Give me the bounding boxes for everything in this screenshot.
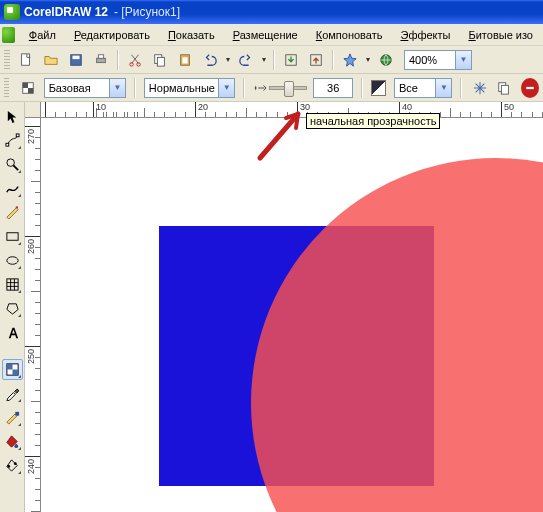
zoom-combo[interactable]: 400% ▼ — [404, 50, 472, 70]
svg-rect-10 — [182, 57, 187, 63]
operation-value: Нормальные — [149, 82, 215, 94]
chevron-down-icon[interactable]: ▼ — [435, 79, 451, 97]
svg-rect-26 — [6, 279, 17, 290]
interactive-transparency-tool[interactable] — [2, 359, 23, 380]
zoom-value: 400% — [409, 54, 437, 66]
svg-rect-22 — [16, 134, 19, 137]
separator — [134, 78, 136, 98]
redo-button[interactable] — [235, 49, 257, 71]
style-value: Базовая — [49, 82, 91, 94]
menu-битовые изо[interactable]: Битовые изо — [460, 27, 541, 43]
new-button[interactable] — [15, 49, 37, 71]
start-transparency-slider[interactable] — [253, 81, 307, 95]
svg-rect-24 — [6, 233, 17, 241]
copy-button[interactable] — [149, 49, 171, 71]
eyedropper-tool[interactable] — [2, 383, 23, 404]
corel-online-button[interactable] — [375, 49, 397, 71]
chevron-down-icon[interactable]: ▼ — [218, 79, 234, 97]
open-button[interactable] — [40, 49, 62, 71]
transparency-type-button[interactable] — [17, 77, 37, 99]
shape-tool[interactable] — [2, 130, 23, 151]
app-launcher-dropdown[interactable]: ▾ — [364, 55, 372, 64]
separator — [273, 50, 275, 70]
paste-button[interactable] — [174, 49, 196, 71]
app-icon — [4, 4, 20, 20]
menu-файл[interactable]: Файл — [21, 27, 64, 43]
separator — [117, 50, 119, 70]
separator — [243, 78, 245, 98]
smart-draw-tool[interactable] — [2, 202, 23, 223]
fill-tool[interactable] — [2, 431, 23, 452]
svg-point-23 — [6, 159, 14, 167]
clear-transparency-button[interactable] — [521, 78, 539, 98]
tooltip-text: начальная прозрачность — [310, 115, 436, 127]
red-ellipse-object[interactable] — [251, 158, 543, 512]
svg-point-25 — [6, 257, 17, 265]
text-tool[interactable] — [2, 322, 23, 343]
menu-редактировать[interactable]: Редактировать — [66, 27, 158, 43]
separator — [460, 78, 462, 98]
transparency-style-combo[interactable]: Базовая ▼ — [44, 78, 126, 98]
print-button[interactable] — [90, 49, 112, 71]
pick-tool[interactable] — [2, 106, 23, 127]
save-button[interactable] — [65, 49, 87, 71]
graph-paper-tool[interactable] — [2, 274, 23, 295]
menu-размещение[interactable]: Размещение — [225, 27, 306, 43]
property-bar: Базовая ▼ Нормальные ▼ Все ▼ — [0, 74, 543, 102]
svg-rect-0 — [22, 53, 30, 64]
ruler-tick: 250 — [25, 346, 40, 347]
canvas[interactable] — [41, 118, 543, 512]
zoom-tool[interactable] — [2, 154, 23, 175]
outline-tool[interactable] — [2, 407, 23, 428]
ruler-vertical[interactable]: 270260250240230 — [25, 118, 41, 512]
import-button[interactable] — [280, 49, 302, 71]
rectangle-tool[interactable] — [2, 226, 23, 247]
menu-компоновать[interactable]: Компоновать — [308, 27, 391, 43]
cut-button[interactable] — [124, 49, 146, 71]
slider-start-icon — [253, 81, 267, 95]
doc-control-icon[interactable] — [2, 27, 15, 43]
title-bar: CorelDRAW 12 - [Рисунок1] — [0, 0, 543, 24]
transparency-operation-combo[interactable]: Нормальные ▼ — [144, 78, 235, 98]
freehand-tool[interactable] — [2, 178, 23, 199]
freeze-button[interactable] — [470, 78, 488, 98]
app-launcher-button[interactable] — [339, 49, 361, 71]
menu-показать[interactable]: Показать — [160, 27, 223, 43]
menu-bar: ФайлРедактироватьПоказатьРазмещениеКомпо… — [0, 24, 543, 46]
svg-rect-18 — [501, 85, 508, 94]
ellipse-tool[interactable] — [2, 250, 23, 271]
separator — [361, 78, 363, 98]
apply-target-icon — [371, 80, 386, 96]
ruler-origin[interactable] — [25, 102, 41, 118]
tooltip: начальная прозрачность — [306, 113, 440, 129]
toolbar-grip[interactable] — [4, 50, 10, 70]
slider-track[interactable] — [269, 86, 307, 90]
separator — [332, 50, 334, 70]
svg-point-29 — [7, 465, 10, 468]
svg-rect-20 — [526, 86, 534, 88]
propbar-grip[interactable] — [4, 78, 9, 98]
ruler-tick: 270 — [25, 126, 40, 127]
undo-dropdown[interactable]: ▾ — [224, 55, 232, 64]
svg-rect-21 — [5, 143, 8, 146]
chevron-down-icon[interactable]: ▼ — [455, 51, 471, 69]
copy-transparency-button[interactable] — [495, 78, 513, 98]
menu-эффекты[interactable]: Эффекты — [392, 27, 458, 43]
svg-rect-28 — [15, 412, 19, 416]
svg-rect-16 — [28, 88, 33, 93]
apply-target-combo[interactable]: Все ▼ — [394, 78, 453, 98]
slider-thumb[interactable] — [284, 81, 294, 97]
redo-dropdown[interactable]: ▾ — [260, 55, 268, 64]
undo-button[interactable] — [199, 49, 221, 71]
polygon-tool[interactable] — [2, 298, 23, 319]
svg-rect-3 — [97, 58, 106, 62]
start-transparency-input[interactable] — [313, 78, 353, 98]
ruler-tick: 260 — [25, 236, 40, 237]
standard-toolbar: ▾ ▾ ▾ 400% ▼ — [0, 46, 543, 74]
export-button[interactable] — [305, 49, 327, 71]
ruler-horizontal[interactable]: 1020304050 — [25, 102, 543, 118]
interactive-fill-tool[interactable] — [2, 455, 23, 476]
target-value: Все — [399, 82, 418, 94]
app-title: CorelDRAW 12 — [24, 5, 108, 19]
chevron-down-icon[interactable]: ▼ — [109, 79, 125, 97]
